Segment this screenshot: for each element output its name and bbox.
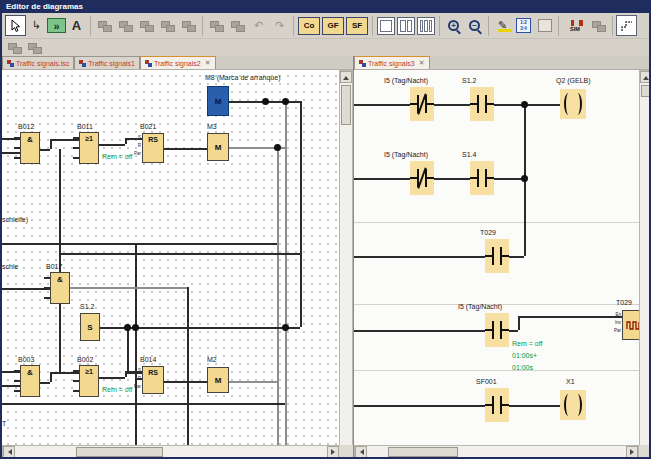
online-test-button[interactable] — [588, 15, 609, 36]
redo-icon: ↷ — [275, 19, 284, 32]
split-window-2-button[interactable] — [397, 17, 415, 35]
scroll-right-button[interactable] — [626, 446, 638, 458]
tab-traffic-signals-lsc[interactable]: Traffic signals.lsc — [2, 56, 74, 69]
parameter-values-button[interactable]: 1:23:4 — [513, 15, 534, 36]
scroll-left-button[interactable] — [3, 446, 15, 458]
scroll-right-button[interactable] — [327, 446, 339, 458]
fbd-diagram-canvas[interactable]: AnlaufmerkerM8 (Marca de arranque)B012B0… — [2, 70, 340, 445]
align-left-button[interactable] — [136, 15, 157, 36]
right-hscroll-thumb[interactable] — [388, 447, 458, 457]
ladder-contact-no[interactable] — [485, 239, 509, 273]
zoom-out-button[interactable]: − — [464, 15, 485, 36]
text-tool-button[interactable]: A — [66, 15, 87, 36]
page-layout-button-1[interactable] — [5, 40, 25, 55]
simulation-button[interactable]: SIM — [562, 15, 588, 36]
rung-separator — [354, 370, 639, 371]
tab-traffic-signals3[interactable]: Traffic signals3✕ — [354, 56, 430, 69]
input-pin-stub — [44, 287, 50, 289]
contact-wire — [426, 177, 434, 179]
tab-traffic-signals2[interactable]: Traffic signals2✕ — [140, 56, 216, 69]
wire — [300, 101, 302, 327]
basic-functions-gf-button[interactable]: GF — [322, 17, 344, 35]
scroll-up-button[interactable] — [340, 71, 352, 83]
fbd-block-B003[interactable]: & — [20, 365, 40, 397]
canvas-label: B021 — [140, 123, 156, 131]
right-vertical-scrollbar[interactable] — [639, 70, 651, 459]
two-pane-icon — [400, 20, 406, 32]
canvas-label: M2 — [207, 356, 217, 364]
coil-left-arc — [564, 93, 573, 115]
toolbar-separator — [202, 16, 203, 36]
toolbar-separator — [293, 16, 294, 36]
ladder-contact-nc[interactable] — [410, 161, 434, 195]
fbd-block-M3[interactable]: M — [207, 133, 229, 161]
fbd-block-B021[interactable]: RS — [142, 133, 164, 163]
fbd-block-B017[interactable]: & — [50, 272, 70, 304]
ladder-coil[interactable] — [560, 89, 586, 119]
convert-view-icon — [538, 19, 552, 32]
tab-close-icon[interactable]: ✕ — [205, 59, 211, 67]
right-tabstrip: Traffic signals3✕ — [354, 56, 651, 70]
fbd-block-B002[interactable]: ≥1 — [79, 365, 99, 397]
wire-mode-button[interactable] — [616, 15, 637, 36]
left-vertical-scrollbar[interactable] — [339, 70, 353, 459]
left-horizontal-scrollbar[interactable] — [2, 445, 340, 459]
wire — [164, 381, 207, 383]
converter-tool-button[interactable]: » — [47, 18, 66, 33]
pin-label-r: R — [132, 144, 141, 149]
plus-glyph: + — [451, 21, 456, 30]
ladder-contact-nc[interactable] — [410, 87, 434, 121]
fbd-block-B012[interactable]: & — [20, 132, 40, 164]
comment-tool-button[interactable]: ✎ — [492, 15, 513, 36]
wire — [39, 149, 50, 151]
undo-button[interactable]: ↶ — [248, 15, 269, 36]
fbd-block-B011[interactable]: ≥1 — [79, 132, 99, 164]
ladder-contact-no[interactable] — [470, 87, 494, 121]
bring-forward-icon — [210, 20, 224, 32]
canvas-label: Anlaufmerker — [214, 70, 256, 71]
left-hscroll-thumb[interactable] — [76, 447, 163, 457]
align-bottom-button[interactable] — [115, 15, 136, 36]
function-block-T029[interactable] — [622, 310, 639, 340]
redo-button[interactable]: ↷ — [269, 15, 290, 36]
connector-tool-button[interactable]: ↳ — [26, 15, 47, 36]
distribute-horizontal-button[interactable] — [157, 15, 178, 36]
page-layout-button-2[interactable] — [25, 40, 45, 55]
fbd-block-M2[interactable]: M — [207, 367, 229, 393]
ladder-diagram-canvas[interactable]: I5 (Tag/Nacht)S1.2Q2 (GELB)I5 (Tag/Nacht… — [354, 70, 639, 445]
align-top-button[interactable] — [94, 15, 115, 36]
left-vscroll-thumb[interactable] — [341, 85, 351, 125]
ladder-contact-no[interactable] — [485, 388, 509, 422]
distribute-vertical-button[interactable] — [178, 15, 199, 36]
toolbar-separator — [612, 16, 613, 36]
fbd-block-M8[interactable]: M — [207, 86, 229, 116]
select-tool-button[interactable] — [5, 15, 26, 36]
gf-label: GF — [327, 21, 338, 30]
canvas-label: Q2 (GELB) — [556, 77, 591, 85]
ladder-contact-no[interactable] — [485, 313, 509, 347]
tab-traffic-signals1[interactable]: Traffic signals1 — [74, 56, 140, 69]
ladder-coil[interactable] — [560, 390, 586, 420]
tab-close-icon[interactable]: ✕ — [419, 59, 425, 67]
split-window-3-button[interactable] — [417, 17, 435, 35]
split-window-1-button[interactable] — [377, 17, 395, 35]
ladder-contact-no[interactable] — [470, 161, 494, 195]
fbd-block-S1.2[interactable]: S — [80, 313, 100, 341]
right-horizontal-scrollbar[interactable] — [354, 445, 639, 459]
bring-forward-button[interactable] — [206, 15, 227, 36]
contact-bar — [477, 95, 479, 113]
convert-view-button[interactable] — [534, 15, 555, 36]
contact-bar — [485, 169, 487, 187]
wire — [354, 178, 524, 180]
special-functions-sf-button[interactable]: SF — [346, 17, 368, 35]
send-backward-button[interactable] — [227, 15, 248, 36]
scroll-up-button[interactable] — [640, 71, 651, 83]
page-layout-icon-1 — [8, 42, 22, 54]
constants-co-button[interactable]: Co — [298, 17, 320, 35]
distribute-horizontal-icon — [161, 20, 175, 32]
fbd-block-B014[interactable]: RS — [142, 366, 164, 394]
editor-main-area: Traffic signals.lscTraffic signals1Traff… — [2, 56, 651, 459]
zoom-in-button[interactable]: + — [443, 15, 464, 36]
right-vscroll-thumb[interactable] — [641, 85, 651, 97]
scroll-left-button[interactable] — [355, 446, 367, 458]
